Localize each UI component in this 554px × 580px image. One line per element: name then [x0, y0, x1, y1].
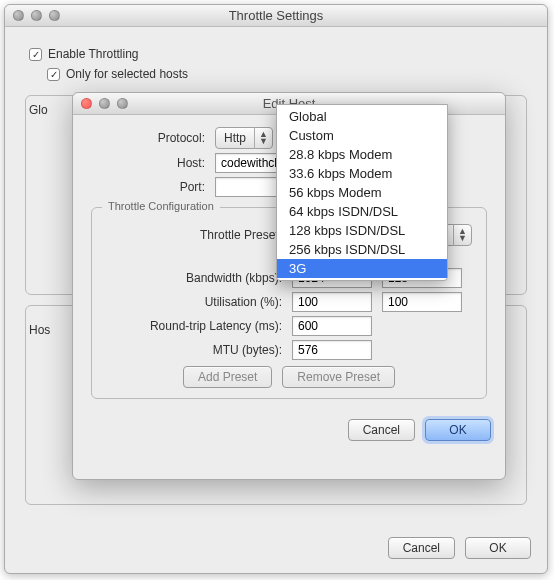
- latency-input[interactable]: [292, 316, 372, 336]
- preset-option[interactable]: 3G: [277, 259, 447, 278]
- enable-throttling-label: Enable Throttling: [48, 47, 139, 61]
- utilisation-label: Utilisation (%):: [102, 295, 282, 309]
- remove-preset-button[interactable]: Remove Preset: [282, 366, 395, 388]
- throttle-config-title: Throttle Configuration: [102, 200, 220, 212]
- throttle-preset-dropdown[interactable]: GlobalCustom28.8 kbps Modem33.6 kbps Mod…: [276, 104, 448, 281]
- latency-label: Round-trip Latency (ms):: [102, 319, 282, 333]
- zoom-icon[interactable]: [49, 10, 60, 21]
- preset-option[interactable]: 128 kbps ISDN/DSL: [277, 221, 447, 240]
- minimize-icon[interactable]: [31, 10, 42, 21]
- zoom-icon[interactable]: [117, 98, 128, 109]
- bandwidth-label: Bandwidth (kbps):: [102, 271, 282, 285]
- host-label: Host:: [89, 156, 205, 170]
- main-cancel-button[interactable]: Cancel: [388, 537, 455, 559]
- chevron-updown-icon: ▲▼: [254, 127, 272, 149]
- mtu-input[interactable]: [292, 340, 372, 360]
- preset-option[interactable]: 28.8 kbps Modem: [277, 145, 447, 164]
- preset-option[interactable]: 256 kbps ISDN/DSL: [277, 240, 447, 259]
- protocol-select[interactable]: Http ▲▼: [215, 127, 273, 149]
- main-window-title: Throttle Settings: [5, 8, 547, 23]
- main-titlebar: Throttle Settings: [5, 5, 547, 27]
- enable-throttling-checkbox[interactable]: ✓: [29, 48, 42, 61]
- utilisation-download-input[interactable]: [292, 292, 372, 312]
- preset-option[interactable]: 56 kbps Modem: [277, 183, 447, 202]
- preset-option[interactable]: Global: [277, 107, 447, 126]
- only-selected-hosts-checkbox[interactable]: ✓: [47, 68, 60, 81]
- minimize-icon[interactable]: [99, 98, 110, 109]
- throttle-preset-label: Throttle Preset:: [102, 228, 282, 242]
- only-selected-hosts-label: Only for selected hosts: [66, 67, 188, 81]
- protocol-label: Protocol:: [89, 131, 205, 145]
- utilisation-upload-input[interactable]: [382, 292, 462, 312]
- mtu-label: MTU (bytes):: [102, 343, 282, 357]
- traffic-lights-main: [5, 10, 60, 21]
- close-icon[interactable]: [13, 10, 24, 21]
- global-section-label: Glo: [29, 103, 48, 117]
- modal-ok-button[interactable]: OK: [425, 419, 491, 441]
- add-preset-button[interactable]: Add Preset: [183, 366, 272, 388]
- modal-cancel-button[interactable]: Cancel: [348, 419, 415, 441]
- main-ok-button[interactable]: OK: [465, 537, 531, 559]
- close-icon[interactable]: [81, 98, 92, 109]
- hosts-section-label: Hos: [29, 323, 50, 337]
- preset-option[interactable]: 33.6 kbps Modem: [277, 164, 447, 183]
- protocol-value: Http: [216, 131, 254, 145]
- preset-option[interactable]: 64 kbps ISDN/DSL: [277, 202, 447, 221]
- port-label: Port:: [89, 180, 205, 194]
- chevron-updown-icon: ▲▼: [453, 224, 471, 246]
- preset-option[interactable]: Custom: [277, 126, 447, 145]
- traffic-lights-modal: [73, 98, 128, 109]
